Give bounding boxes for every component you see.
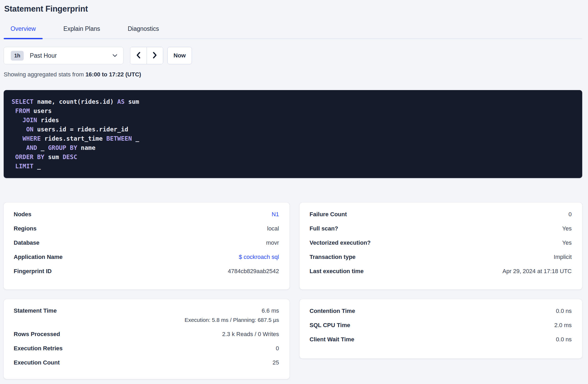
tab-overview-label: Overview xyxy=(11,25,36,32)
row-value-subtext: Execution: 5.8 ms / Planning: 687.5 µs xyxy=(185,317,279,323)
row-label: Vectorized execution? xyxy=(310,239,371,246)
sql-text xyxy=(12,117,23,124)
row-value-block: local xyxy=(267,225,279,232)
row-value: movr xyxy=(266,239,279,246)
row-value: 0.0 ns xyxy=(556,308,572,314)
now-button[interactable]: Now xyxy=(167,47,192,64)
row-value: 4784cb829aab2542 xyxy=(228,268,279,275)
tab-explain-plans-label: Explain Plans xyxy=(63,25,100,32)
row-value-block: 25 xyxy=(273,359,279,366)
next-time-interval-button[interactable] xyxy=(147,47,163,64)
row-label: Contention Time xyxy=(310,308,355,314)
row-label: Regions xyxy=(14,225,37,232)
row-label: Fingerprint ID xyxy=(14,268,52,275)
sql-keyword: AS xyxy=(117,98,125,105)
row-label: Execution Count xyxy=(14,359,60,366)
row-value-block: 6.6 msExecution: 5.8 ms / Planning: 687.… xyxy=(185,307,279,323)
row-value-block: $ cockroach sql xyxy=(239,254,279,260)
sql-text: rides.start_time xyxy=(41,135,106,142)
sql-text xyxy=(12,144,26,151)
table-row: Execution Retries0 xyxy=(14,341,279,356)
row-value-block: 0 xyxy=(276,345,279,352)
sql-keyword: SELECT xyxy=(12,98,33,105)
row-value-block: 2.3 k Reads / 0 Writes xyxy=(222,331,279,338)
summary-cards: NodesN1RegionslocalDatabasemovrApplicati… xyxy=(4,203,582,379)
sql-keyword: GROUP BY xyxy=(48,144,77,151)
sql-keyword: LIMIT xyxy=(15,163,33,170)
row-value-block: 0.0 ns xyxy=(556,308,572,314)
sql-keyword: WHERE xyxy=(23,135,41,142)
sql-text xyxy=(12,135,23,142)
table-row: Fingerprint ID4784cb829aab2542 xyxy=(14,264,279,278)
row-value: Implicit xyxy=(554,254,572,260)
sql-keyword: JOIN xyxy=(23,117,37,124)
row-value: Apr 29, 2024 at 17:18 UTC xyxy=(502,268,572,275)
sql-text: name, count(rides.id) xyxy=(33,98,117,105)
row-value-block: Yes xyxy=(562,225,572,232)
wait-time-card: Contention Time0.0 nsSQL CPU Time2.0 msC… xyxy=(300,299,582,358)
table-row: Application Name$ cockroach sql xyxy=(14,250,279,264)
table-row: Execution Count25 xyxy=(14,356,279,370)
time-controls: 1h Past Hour xyxy=(4,47,582,64)
row-value-block: 0 xyxy=(569,211,572,218)
row-value: 2.0 ms xyxy=(554,322,572,329)
previous-time-interval-button[interactable] xyxy=(130,47,147,64)
table-row: SQL CPU Time2.0 ms xyxy=(310,318,572,332)
page-title: Statement Fingerprint xyxy=(4,4,582,14)
row-value: local xyxy=(267,225,279,232)
table-row: Full scan?Yes xyxy=(310,221,572,236)
tab-bar: Overview Explain Plans Diagnostics xyxy=(4,25,582,39)
chevron-right-icon xyxy=(153,52,157,60)
row-value: 6.6 ms xyxy=(185,307,279,314)
table-row: Regionslocal xyxy=(14,221,279,236)
row-label: Execution Retries xyxy=(14,345,63,352)
row-label: Failure Count xyxy=(310,211,347,218)
sql-text: sum xyxy=(124,98,139,105)
row-value-block: 2.0 ms xyxy=(554,322,572,329)
sql-text: sum xyxy=(44,154,63,160)
table-row: Last execution timeApr 29, 2024 at 17:18… xyxy=(310,264,572,278)
tab-diagnostics-label: Diagnostics xyxy=(128,25,159,32)
sql-text: _ xyxy=(33,163,41,170)
tab-diagnostics[interactable]: Diagnostics xyxy=(121,25,166,38)
row-label: Full scan? xyxy=(310,225,338,232)
interval-badge: 1h xyxy=(11,51,24,61)
row-value-link[interactable]: $ cockroach sql xyxy=(239,254,279,260)
table-row: Transaction typeImplicit xyxy=(310,250,572,264)
row-value-block: 0.0 ns xyxy=(556,336,572,343)
tab-explain-plans[interactable]: Explain Plans xyxy=(57,25,107,38)
table-row: Failure Count0 xyxy=(310,207,572,221)
sql-text: _ xyxy=(37,144,48,151)
sql-text xyxy=(12,107,15,114)
time-range-picker[interactable]: 1h Past Hour xyxy=(4,47,123,64)
row-value-link[interactable]: N1 xyxy=(272,211,279,218)
sql-keyword: FROM xyxy=(15,107,30,114)
time-step-buttons xyxy=(130,47,163,64)
sql-text: users.id = rides.rider_id xyxy=(33,126,128,133)
sql-text xyxy=(12,154,15,160)
tab-overview[interactable]: Overview xyxy=(4,25,43,38)
row-label: SQL CPU Time xyxy=(310,322,350,329)
sql-keyword: DESC xyxy=(63,154,77,160)
row-value: 0 xyxy=(569,211,572,218)
table-row: Databasemovr xyxy=(14,236,279,250)
table-row: Contention Time0.0 ns xyxy=(310,304,572,318)
chevron-left-icon xyxy=(136,52,141,60)
row-label: Statement Time xyxy=(14,307,57,314)
row-value-block: Apr 29, 2024 at 17:18 UTC xyxy=(502,268,572,275)
row-label: Database xyxy=(14,239,39,246)
table-row: Vectorized execution?Yes xyxy=(310,236,572,250)
row-label: Application Name xyxy=(14,254,63,260)
sql-text: rides xyxy=(37,117,59,124)
time-range-label: Past Hour xyxy=(30,52,57,59)
row-value-block: Yes xyxy=(562,239,572,246)
sql-keyword: BETWEEN xyxy=(106,135,132,142)
row-value: Yes xyxy=(562,239,572,246)
statement-fingerprint-page: Statement Fingerprint Overview Explain P… xyxy=(0,0,588,379)
table-row: Rows Processed2.3 k Reads / 0 Writes xyxy=(14,327,279,341)
statement-timing-card: Statement Time6.6 msExecution: 5.8 ms / … xyxy=(4,299,290,379)
row-value: 2.3 k Reads / 0 Writes xyxy=(222,331,279,338)
row-value-block: N1 xyxy=(272,211,279,218)
row-value: 25 xyxy=(273,359,279,366)
row-value-block: 4784cb829aab2542 xyxy=(228,268,279,275)
